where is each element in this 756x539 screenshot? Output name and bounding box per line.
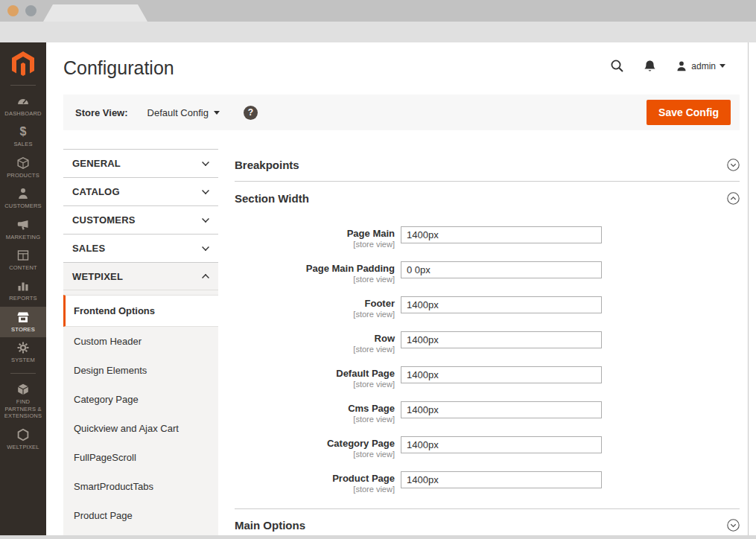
collapse-chevron-up-icon[interactable]	[727, 192, 740, 205]
sidebar-item-label: SALES	[13, 141, 32, 147]
browser-tab[interactable]	[43, 4, 147, 22]
admin-username: admin	[691, 61, 716, 71]
cms-page-input[interactable]	[401, 401, 602, 418]
section-title: Section Width	[235, 192, 309, 205]
nav-group-wetpixel[interactable]: WETPIXEL	[63, 262, 218, 290]
store-view-value: Default Config	[147, 107, 209, 118]
section-title: Main Options	[235, 519, 305, 532]
nav-group-sales[interactable]: SALES	[63, 234, 218, 262]
sidebar-item-stores[interactable]: STORES	[0, 307, 46, 337]
subnav-item-category-page[interactable]: Category Page	[63, 385, 218, 414]
sidebar-item-reports[interactable]: REPORTS	[0, 275, 46, 306]
admin-content: Configuration admin Store View: Default …	[46, 42, 748, 535]
sidebar-item-label: CUSTOMERS	[4, 202, 42, 209]
window-control-icon[interactable]	[7, 5, 19, 16]
sidebar-divider	[10, 373, 36, 374]
sidebar-divider	[10, 85, 36, 86]
chevron-down-icon	[202, 159, 209, 166]
section-title: Breakpoints	[235, 159, 299, 171]
sidebar-item-system[interactable]: SYSTEM	[0, 337, 46, 368]
section-width-fields: Page Main[store view] Page Main Padding[…	[235, 214, 740, 509]
search-icon[interactable]	[610, 59, 624, 73]
field-cms-page: Cms Page[store view]	[235, 401, 740, 424]
magento-logo-icon	[11, 51, 35, 77]
sidebar-item-label: STORES	[11, 326, 35, 333]
admin-account-menu[interactable]: admin	[676, 60, 725, 72]
megaphone-icon	[16, 218, 30, 232]
category-page-input[interactable]	[401, 436, 602, 453]
collapse-chevron-down-icon[interactable]	[727, 519, 740, 532]
field-category-page: Category Page[store view]	[235, 436, 740, 459]
sidebar-item-dashboard[interactable]: DASHBOARD	[0, 91, 46, 121]
sidebar-item-find-partners[interactable]: FIND PARTNERS & EXTENSIONS	[0, 379, 46, 424]
chevron-down-icon	[214, 111, 220, 115]
field-scope: [store view]	[235, 345, 395, 354]
config-nav: GENERAL CATALOG CUSTOMERS SALES WETPIXEL	[63, 149, 218, 539]
field-scope: [store view]	[235, 450, 395, 459]
help-icon[interactable]: ?	[244, 106, 258, 120]
field-row-width: Row[store view]	[235, 331, 740, 354]
subnav-item-fullpagescroll[interactable]: FullPageScroll	[63, 443, 218, 472]
collapse-chevron-down-icon[interactable]	[727, 159, 740, 171]
storefront-icon	[16, 310, 30, 324]
field-label: Cms Page	[235, 404, 395, 415]
subnav-item-frontend-options[interactable]: Frontend Options	[63, 295, 218, 327]
subnav-item-smartproducttabs[interactable]: SmartProductTabs	[63, 472, 218, 501]
subnav-item-quickview-ajax-cart[interactable]: Quickview and Ajax Cart	[63, 414, 218, 443]
chevron-down-icon	[202, 215, 209, 223]
nav-group-general[interactable]: GENERAL	[63, 149, 218, 177]
chevron-down-icon	[720, 64, 725, 68]
field-product-page: Product Page[store view]	[235, 471, 740, 494]
row-input[interactable]	[401, 331, 602, 348]
footer-input[interactable]	[401, 296, 602, 313]
magento-logo[interactable]	[0, 42, 46, 80]
admin-sidebar: DASHBOARD $ SALES PRODUCTS CUSTOMERS	[0, 42, 46, 535]
window-control-icon[interactable]	[25, 5, 36, 16]
sidebar-item-label: CONTENT	[9, 264, 37, 271]
nav-group-label: GENERAL	[72, 158, 121, 169]
field-page-main-padding: Page Main Padding[store view]	[235, 261, 740, 284]
field-scope: [store view]	[235, 310, 395, 319]
field-label: Footer	[235, 299, 395, 310]
nav-group-label: CATALOG	[72, 186, 120, 197]
field-label: Row	[235, 334, 395, 345]
sidebar-item-products[interactable]: PRODUCTS	[0, 153, 46, 183]
sidebar-item-content[interactable]: CONTENT	[0, 245, 46, 275]
field-label: Default Page	[235, 369, 395, 380]
product-page-input[interactable]	[401, 471, 602, 488]
sidebar-item-customers[interactable]: CUSTOMERS	[0, 183, 46, 214]
sidebar-item-sales[interactable]: $ SALES	[0, 121, 46, 152]
default-page-input[interactable]	[401, 366, 602, 383]
sidebar-item-marketing[interactable]: MARKETING	[0, 214, 46, 245]
nav-group-catalog[interactable]: CATALOG	[63, 177, 218, 205]
nav-group-customers[interactable]: CUSTOMERS	[63, 205, 218, 234]
subnav-item-custom-header[interactable]: Custom Header	[63, 327, 218, 356]
page-main-input[interactable]	[401, 226, 602, 243]
nav-group-label: WETPIXEL	[72, 271, 123, 282]
field-scope: [store view]	[235, 275, 395, 284]
gauge-icon	[16, 95, 30, 108]
save-config-button[interactable]: Save Config	[647, 100, 731, 125]
field-label: Product Page	[235, 473, 395, 485]
section-header-section-width[interactable]: Section Width	[235, 182, 740, 214]
gear-icon	[16, 341, 30, 354]
section-header-main-options[interactable]: Main Options	[235, 509, 740, 539]
browser-titlebar	[0, 0, 756, 22]
field-scope: [store view]	[235, 380, 395, 389]
subnav-item-design-elements[interactable]: Design Elements	[63, 356, 218, 385]
scrollbar-track[interactable]	[748, 42, 756, 535]
hexagon-icon	[16, 428, 30, 441]
store-view-switcher[interactable]: Default Config	[147, 107, 220, 118]
sidebar-item-weltpixel[interactable]: WELTPIXEL	[0, 424, 46, 455]
window-bottom-edge	[0, 535, 756, 539]
sidebar-item-label: MARKETING	[6, 234, 40, 240]
field-footer: Footer[store view]	[235, 296, 740, 319]
store-view-toolbar: Store View: Default Config ? Save Config	[63, 95, 740, 130]
sidebar-item-label: DASHBOARD	[4, 110, 41, 117]
field-scope: [store view]	[235, 415, 395, 424]
section-header-breakpoints[interactable]: Breakpoints	[235, 149, 740, 182]
page-main-padding-input[interactable]	[401, 261, 602, 278]
notifications-bell-icon[interactable]	[644, 60, 656, 73]
config-subnav: Frontend Options Custom Header Design El…	[63, 290, 218, 539]
subnav-item-product-page[interactable]: Product Page	[63, 501, 218, 530]
